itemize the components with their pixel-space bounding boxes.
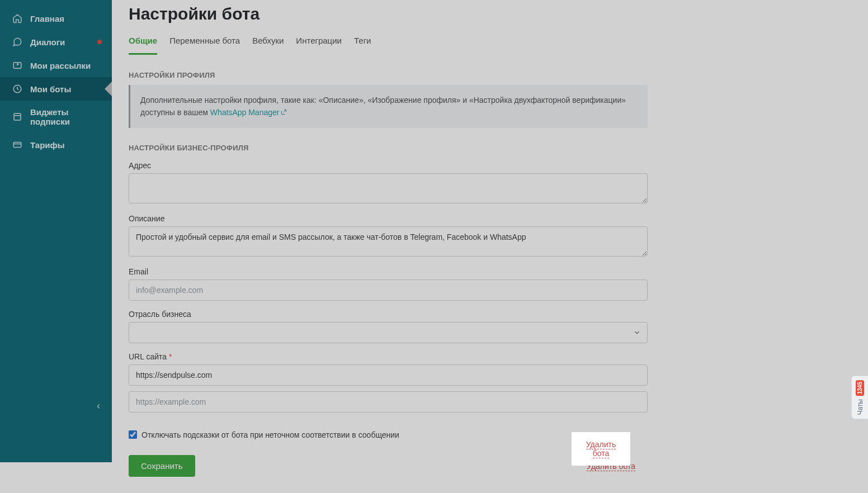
broadcast-icon (12, 60, 22, 70)
sidebar-item-home[interactable]: Главная (0, 7, 112, 30)
address-label: Адрес (129, 161, 648, 170)
external-link-icon (280, 109, 287, 116)
main-content: Настройки бота Общие Переменные бота Веб… (112, 0, 868, 493)
sidebar-item-label: Виджеты подписки (30, 107, 100, 126)
footer-row: Сохранить Удалить бота (129, 454, 648, 492)
chevron-left-icon (95, 402, 102, 410)
email-label: Email (129, 267, 648, 276)
url-input[interactable] (129, 364, 648, 386)
sidebar-item-label: Диалоги (30, 37, 65, 47)
chat-count-badge: 1345 (856, 380, 864, 396)
svg-rect-2 (14, 113, 21, 120)
delete-highlight: Удалить бота (572, 432, 630, 466)
industry-select-wrap (129, 322, 648, 343)
notification-badge (97, 40, 102, 44)
tabs: Общие Переменные бота Вебхуки Интеграции… (129, 30, 851, 55)
delete-bot-link-highlight[interactable]: Удалить бота (586, 440, 616, 458)
profile-section: НАСТРОЙКИ ПРОФИЛЯ Дополнительные настрой… (129, 71, 648, 128)
active-arrow-icon (105, 81, 112, 97)
description-input[interactable] (129, 226, 648, 257)
address-input[interactable] (129, 173, 648, 203)
sidebar-item-label: Главная (30, 14, 64, 23)
sidebar-item-widgets[interactable]: Виджеты подписки (0, 101, 112, 133)
profile-info-box: Дополнительные настройки профиля, такие … (129, 85, 648, 128)
chat-widget-label: Чаты (856, 399, 864, 415)
sidebar-item-label: Тарифы (30, 140, 64, 150)
bot-icon (12, 84, 22, 94)
tab-webhooks[interactable]: Вебхуки (252, 30, 284, 55)
industry-label: Отрасль бизнеса (129, 310, 648, 319)
profile-heading: НАСТРОЙКИ ПРОФИЛЯ (129, 71, 648, 79)
whatsapp-manager-link[interactable]: WhatsApp Manager (210, 108, 287, 117)
url2-input[interactable] (129, 391, 648, 413)
tab-general[interactable]: Общие (129, 30, 157, 55)
description-label: Описание (129, 214, 648, 223)
sidebar-item-bots[interactable]: Мои боты (0, 77, 112, 101)
sidebar-item-label: Мои рассылки (30, 61, 91, 70)
disable-hints-checkbox[interactable] (129, 430, 137, 439)
industry-select[interactable] (129, 322, 648, 343)
sidebar-item-label: Мои боты (30, 84, 71, 94)
disable-hints-label: Отключать подсказки от бота при неточном… (141, 430, 399, 439)
tab-tags[interactable]: Теги (354, 30, 371, 55)
required-marker: * (169, 352, 172, 361)
chat-icon (12, 37, 22, 47)
sidebar: Главная Диалоги Мои рассылки Мои боты (0, 0, 112, 462)
page-title: Настройки бота (129, 0, 851, 30)
widget-icon (12, 112, 22, 122)
disable-hints-row: Отключать подсказки от бота при неточном… (129, 430, 851, 439)
tab-variables[interactable]: Переменные бота (169, 30, 240, 55)
svg-rect-3 (13, 143, 21, 148)
tab-integrations[interactable]: Интеграции (296, 30, 342, 55)
home-icon (12, 13, 22, 23)
sidebar-collapse-button[interactable] (92, 400, 105, 413)
chat-widget[interactable]: 1345 Чаты (851, 376, 868, 419)
save-button[interactable]: Сохранить (129, 455, 195, 477)
email-input[interactable] (129, 279, 648, 301)
card-icon (12, 140, 22, 150)
business-heading: НАСТРОЙКИ БИЗНЕС-ПРОФИЛЯ (129, 144, 648, 152)
url-label: URL сайта* (129, 352, 648, 361)
sidebar-nav: Главная Диалоги Мои рассылки Мои боты (0, 0, 112, 157)
sidebar-item-broadcasts[interactable]: Мои рассылки (0, 54, 112, 77)
sidebar-item-tariffs[interactable]: Тарифы (0, 133, 112, 157)
business-section: НАСТРОЙКИ БИЗНЕС-ПРОФИЛЯ Адрес Описание … (129, 144, 648, 413)
sidebar-item-dialogs[interactable]: Диалоги (0, 30, 112, 54)
